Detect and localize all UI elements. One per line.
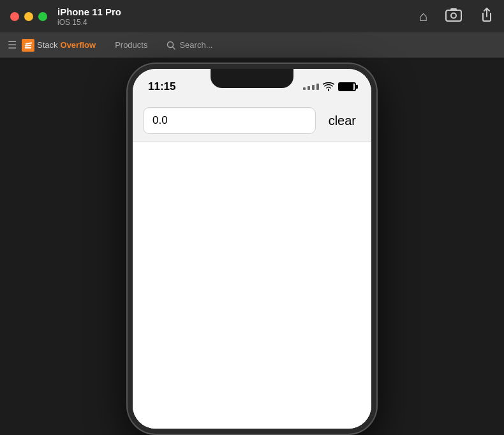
traffic-light-yellow[interactable] [24,12,33,21]
signal-dot-1 [303,87,306,90]
signal-dot-2 [308,86,310,90]
browser-products-label[interactable]: Products [115,40,147,50]
share-icon[interactable] [480,8,494,26]
stackoverflow-logo: Stack Overflow [22,39,96,52]
app-main-area [133,142,371,429]
screenshot-icon[interactable] [445,8,462,26]
device-os: iOS 15.4 [57,18,121,27]
home-icon[interactable]: ⌂ [419,8,427,25]
browser-bar-left: ☰ Stack Overflow [8,39,96,52]
clear-button[interactable]: clear [323,111,361,131]
title-bar: iPhone 11 Pro iOS 15.4 ⌂ [0,0,504,33]
svg-line-7 [173,47,175,49]
svg-rect-4 [25,45,31,47]
svg-rect-2 [450,8,457,11]
app-top-bar: clear [133,100,371,142]
so-logo-icon [22,39,34,52]
browser-bar: ☰ Stack Overflow Products Search... [0,33,504,57]
traffic-lights [10,12,47,21]
battery-fill [339,84,353,90]
hamburger-icon[interactable]: ☰ [8,39,17,51]
so-logo-text-bold: Overflow [61,40,96,50]
signal-dot-4 [316,84,319,90]
title-bar-right: ⌂ [419,8,494,26]
svg-rect-5 [26,42,32,45]
signal-dots [303,84,319,90]
app-content: clear [133,100,371,429]
traffic-light-green[interactable] [38,12,47,21]
so-logo-text-plain: Stack [37,40,58,50]
simulator-container: 11:15 [0,57,504,435]
traffic-light-red[interactable] [10,12,19,21]
search-label: Search... [179,40,212,50]
svg-rect-3 [25,47,31,48]
value-input[interactable] [143,107,316,134]
browser-search[interactable]: Search... [167,40,212,50]
title-bar-left: iPhone 11 Pro iOS 15.4 [10,6,121,27]
status-time: 11:15 [148,80,175,93]
search-icon [167,41,175,50]
status-icons [303,82,356,91]
iphone-notch [211,69,293,88]
iphone-frame: 11:15 [128,64,376,434]
svg-rect-0 [446,10,461,21]
device-title: iPhone 11 Pro iOS 15.4 [57,6,121,27]
signal-dot-3 [312,85,315,90]
battery-icon [338,82,356,91]
wifi-icon [323,82,334,91]
device-name: iPhone 11 Pro [57,6,121,18]
svg-point-1 [451,13,456,18]
